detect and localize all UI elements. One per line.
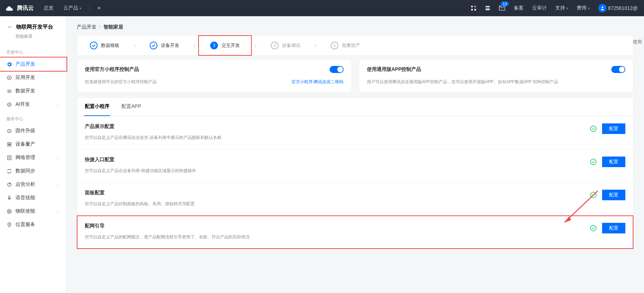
data-icon [6, 88, 12, 94]
config-button[interactable]: 配置 [602, 157, 625, 167]
svg-rect-3 [474, 9, 476, 11]
breadcrumb-root[interactable]: 产品开发 [77, 24, 96, 30]
use-label: 使用 [633, 39, 642, 45]
chevron-down-icon: ⌄ [56, 102, 60, 107]
sidebar-item-voice[interactable]: 语音技能 [0, 191, 66, 205]
card-desc: 用户可以使用腾讯连连通用版APP控制产品，也可以使用开源版APP、自有APP集成… [367, 79, 558, 85]
app-icon [6, 75, 12, 80]
sidebar-item-network[interactable]: 网络管理 ⌄ [0, 151, 66, 164]
svg-rect-4 [486, 6, 490, 7]
header-audit[interactable]: 云审计 [528, 0, 551, 16]
sidebar-item-mass-prod[interactable]: 设备量产 [0, 138, 66, 151]
step-3[interactable]: 3 交互开发 [210, 42, 240, 49]
sidebar-item-product-dev[interactable]: 产品开发 [0, 57, 66, 71]
check-circle-icon [590, 192, 596, 198]
section-network-guide: 配网引导 您可以自定义产品的配网图文，使产品配网流程引导更明了、有效、符合产品的… [77, 216, 633, 249]
header-support[interactable]: 支持▾ [551, 0, 573, 16]
step-arrow-icon: › [119, 42, 150, 49]
main-content: 使用 产品开发 / 智能家居 数据模板 › 设备开发 › [66, 16, 644, 293]
header-fee[interactable]: 费用▾ [573, 0, 594, 16]
config-button[interactable]: 配置 [602, 190, 625, 200]
network-icon [6, 155, 12, 160]
sidebar-item-firmware[interactable]: 固件升级 [0, 124, 66, 138]
config-button[interactable]: 配置 [602, 223, 625, 233]
analytics-icon [6, 182, 12, 187]
sidebar-item-label: 网络管理 [15, 154, 35, 161]
header-mail-icon[interactable]: 13 [495, 0, 509, 16]
section-quick-entry: 快捷入口配置 您可以自定义产品在设备列表-快捷功能区域显示的快捷操作 配置 [77, 149, 633, 183]
sidebar-item-label: 位置服务 [15, 221, 35, 228]
step-4[interactable]: 4 设备调试 [271, 42, 300, 49]
sidebar-item-analytics[interactable]: 运营分析 ⌄ [0, 178, 66, 191]
mail-badge: 13 [501, 1, 508, 6]
chevron-down-icon: ⌄ [56, 209, 60, 214]
header-apps-icon[interactable] [467, 0, 481, 16]
avatar-icon [598, 4, 607, 12]
sidebar-item-label: 数据开发 [15, 88, 35, 94]
config-card: 配置小程序 配置APP 产品展示配置 您可以自定义产品在腾讯连连首页-设备列表中… [77, 97, 633, 249]
section-title: 产品展示配置 [85, 123, 221, 130]
tab-config-app[interactable]: 配置APP [121, 98, 142, 116]
section-desc: 您可以自定义产品控制面板的风格、布局、按钮样式等配置 [85, 201, 195, 207]
gear-icon [6, 61, 12, 67]
card-desc: 您选择使用平台的官方小程序控制产品 [85, 79, 157, 85]
top-header: 腾讯云 总览 云产品▾ + 13 备案 云审计 支持▾ 费用▾ 87256101… [0, 0, 644, 16]
sidebar-item-label: 设备量产 [15, 141, 35, 147]
section-panel-config: 面板配置 您可以自定义产品控制面板的风格、布局、按钮样式等配置 配置 [77, 183, 633, 216]
svg-rect-1 [474, 6, 476, 7]
sidebar-item-app-dev[interactable]: 应用开发 [0, 71, 66, 84]
nav-products[interactable]: 云产品▾ [58, 0, 86, 16]
voice-icon [6, 195, 12, 201]
control-card-miniapp: 使用官方小程序控制产品 您选择使用平台的官方小程序控制产品 官方小程序-腾讯连连… [77, 59, 352, 92]
sidebar-item-location[interactable]: 位置服务 [0, 218, 66, 231]
sidebar-title: 物联网开发平台 [16, 24, 53, 30]
card-title: 使用通用版APP控制产品 [367, 66, 421, 73]
svg-rect-2 [471, 9, 473, 11]
step-2[interactable]: 设备开发 [150, 42, 179, 49]
sidebar-item-label: 运营分析 [15, 181, 35, 188]
sidebar-item-label: 产品开发 [15, 61, 35, 67]
section-desc: 您可以自定义产品的配网图文，使产品配网流程引导更明了、有效、符合产品的实际情况 [85, 234, 250, 240]
svg-rect-5 [486, 8, 490, 10]
steps-bar: 数据模板 › 设备开发 › 3 交互开发 › 4 设备调试 [77, 35, 633, 56]
header-tool-icon[interactable] [481, 0, 495, 16]
sidebar-item-label: 固件升级 [15, 128, 35, 134]
sidebar-item-data-dev[interactable]: 数据开发 [0, 84, 66, 98]
svg-point-6 [601, 6, 603, 8]
qrcode-link[interactable]: 官方小程序-腾讯连连二维码 [292, 79, 344, 85]
section-desc: 您可以自定义产品在设备列表-快捷功能区域显示的快捷操作 [85, 168, 196, 174]
tabs-bar: 配置小程序 配置APP [77, 98, 633, 116]
header-user[interactable]: 872561012@ [594, 0, 642, 16]
check-circle-icon [590, 225, 596, 231]
config-button[interactable]: 配置 [602, 123, 625, 134]
tab-config-miniapp[interactable]: 配置小程序 [84, 98, 110, 116]
nav-overview[interactable]: 总览 [39, 0, 58, 16]
control-card-app: 使用通用版APP控制产品 用户可以使用腾讯连连通用版APP控制产品，也可以使用开… [359, 59, 634, 92]
sidebar-item-label: AI开发 [15, 101, 30, 108]
step-5[interactable]: 5 批量投产 [331, 42, 360, 49]
device-icon [6, 141, 12, 147]
check-circle-icon [590, 126, 596, 132]
svg-rect-0 [471, 6, 473, 7]
section-title: 快捷入口配置 [85, 157, 196, 163]
iot-icon [6, 208, 12, 214]
sync-icon [6, 168, 12, 174]
add-tab-button[interactable]: + [92, 5, 106, 12]
sidebar-back[interactable]: ← 物联网开发平台 [0, 21, 66, 32]
breadcrumb-sep: / [99, 24, 101, 30]
chevron-down-icon: ⌄ [56, 182, 60, 187]
location-icon [6, 222, 12, 227]
chevron-down-icon: ▾ [588, 6, 590, 10]
sidebar-item-iot-enable[interactable]: 物联使能 ⌄ [0, 205, 66, 218]
sidebar-item-ai-dev[interactable]: AI开发 ⌄ [0, 98, 66, 111]
toggle-app[interactable] [611, 66, 625, 73]
header-beian[interactable]: 备案 [509, 0, 528, 16]
brand-logo[interactable]: 腾讯云 [5, 4, 34, 13]
cloud-logo-icon [5, 4, 14, 13]
sidebar-item-data-sync[interactable]: 数据同步 [0, 164, 66, 178]
header-divider [89, 5, 89, 12]
toggle-miniapp[interactable] [330, 66, 344, 73]
step-1[interactable]: 数据模板 [90, 42, 119, 49]
sidebar-group-dev: 开发中心 [0, 44, 66, 57]
svg-point-15 [7, 209, 11, 213]
